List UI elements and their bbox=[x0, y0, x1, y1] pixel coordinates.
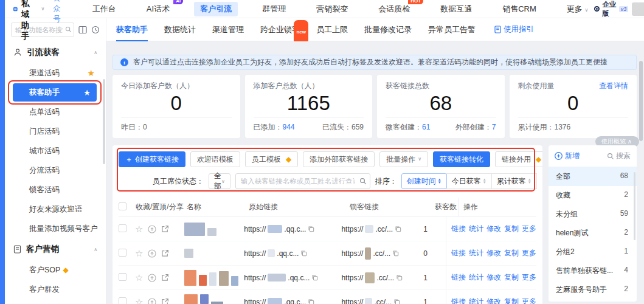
action-copy[interactable]: 复制 bbox=[504, 272, 519, 283]
favorite-star-icon[interactable]: ☆ bbox=[135, 248, 143, 259]
row-checkbox[interactable] bbox=[119, 249, 126, 257]
pin-top-icon[interactable] bbox=[148, 249, 156, 258]
sidebar-item-customer-mass-send[interactable]: 客户群发 bbox=[5, 280, 106, 299]
group-item-group2[interactable]: 分组21 bbox=[549, 243, 637, 261]
copy-icon[interactable] bbox=[311, 274, 318, 281]
sidebar-item-city-code[interactable]: 城市活码 bbox=[5, 141, 106, 161]
copy-icon[interactable] bbox=[300, 250, 307, 257]
link-conversion-button[interactable]: 获客链接转化 bbox=[433, 151, 490, 167]
action-stats[interactable]: 统计 bbox=[469, 224, 483, 234]
welcome-template-button[interactable]: 欢迎语模板 bbox=[190, 151, 240, 167]
action-link[interactable]: 链接 bbox=[451, 224, 466, 234]
copy-icon[interactable] bbox=[392, 250, 399, 257]
group-item-sesame-service[interactable]: 芝麻服务号助手2 bbox=[549, 280, 637, 299]
share-icon[interactable] bbox=[161, 225, 169, 233]
group-item-ungrouped[interactable]: 未分组59 bbox=[549, 205, 637, 224]
row-checkbox[interactable] bbox=[119, 297, 126, 304]
kanban-icon[interactable] bbox=[78, 26, 87, 34]
copy-icon[interactable] bbox=[396, 274, 403, 281]
tab-acquisition-assistant[interactable]: 获客助手 bbox=[116, 18, 148, 41]
tab-data-statistics[interactable]: 数据统计 bbox=[164, 18, 196, 41]
sidebar-section-acquisition[interactable]: 引流获客 ∧ bbox=[5, 41, 106, 63]
favorite-star-icon[interactable]: ☆ bbox=[135, 297, 143, 304]
action-edit[interactable]: 修改 bbox=[486, 248, 501, 258]
sort-create-time[interactable]: 创建时间▲▼ bbox=[401, 173, 447, 189]
nav-ai-script[interactable]: AI话术AI bbox=[140, 2, 176, 16]
row-checkbox[interactable] bbox=[119, 273, 126, 281]
action-copy[interactable]: 复制 bbox=[504, 297, 519, 304]
account-type-link[interactable]: 公众号 bbox=[53, 0, 61, 24]
tab-abnormal-staff-alert[interactable]: 异常员工告警 bbox=[428, 18, 476, 41]
action-link[interactable]: 链接 bbox=[451, 248, 466, 258]
sidebar-item-lock-code[interactable]: 锁客活码 bbox=[5, 180, 106, 199]
nav-data-interop[interactable]: 数据互通 bbox=[434, 2, 478, 16]
sidebar-scrollbar[interactable] bbox=[103, 79, 105, 164]
group-item-helen-test[interactable]: helen测试2 bbox=[549, 224, 637, 243]
sidebar-item-per-customer-send[interactable]: 逐客群发 bbox=[5, 299, 106, 304]
staff-template-button[interactable]: 员工模板◆ bbox=[245, 151, 298, 167]
copy-icon[interactable] bbox=[308, 299, 314, 304]
page-scrollbar[interactable] bbox=[639, 61, 643, 141]
nav-chat-inspection[interactable]: 会话质检HOT bbox=[372, 2, 416, 16]
seat-status-select[interactable]: 全部∨ bbox=[209, 173, 230, 189]
sidebar-item-channel-code[interactable]: 渠道活码 ★ bbox=[5, 63, 106, 83]
action-stats[interactable]: 统计 bbox=[469, 248, 483, 258]
copy-icon[interactable] bbox=[395, 226, 401, 232]
pin-top-icon[interactable] bbox=[148, 298, 156, 304]
history-clock-icon[interactable] bbox=[91, 26, 100, 34]
favorite-star-icon[interactable]: ★ bbox=[83, 88, 91, 97]
action-edit[interactable]: 修改 bbox=[486, 224, 501, 234]
nav-group-management[interactable]: 群管理 bbox=[256, 2, 292, 16]
sidebar-item-acquisition-assistant[interactable]: 获客助手 ★ bbox=[5, 83, 106, 102]
favorite-star-icon[interactable]: ☆ bbox=[135, 272, 143, 283]
nav-customer-acquisition[interactable]: 客户引流 bbox=[194, 2, 238, 16]
row-checkbox[interactable] bbox=[119, 224, 126, 232]
sidebar-item-batch-video-customer[interactable]: 批量添加视频号客户 bbox=[5, 219, 106, 238]
tab-cross-enterprise-lock[interactable]: 跨企业锁客new bbox=[260, 18, 300, 41]
add-group-button[interactable]: 新增 bbox=[555, 151, 580, 161]
view-details-link[interactable]: 查看详情 bbox=[599, 81, 628, 91]
tab-batch-modify-record[interactable]: 批量修改记录 bbox=[364, 18, 412, 41]
sidebar-item-friend-welcome[interactable]: 好友来源欢迎语 bbox=[5, 199, 106, 219]
favorite-star-icon[interactable]: ★ bbox=[87, 68, 95, 78]
share-icon[interactable] bbox=[161, 298, 169, 304]
sort-today-acquired[interactable]: 今日获客▲▼ bbox=[446, 173, 492, 189]
nav-sales-crm[interactable]: 销售CRM bbox=[496, 2, 542, 16]
create-link-button[interactable]: ＋创建获客链接 bbox=[119, 151, 185, 167]
nav-workbench[interactable]: 工作台 bbox=[86, 2, 122, 16]
share-icon[interactable] bbox=[161, 274, 169, 282]
sidebar-item-split-code[interactable]: 分流活码 bbox=[5, 161, 106, 180]
usage-guide-link[interactable]: 使用指引 bbox=[494, 24, 534, 35]
sidebar-item-store-code[interactable]: 门店活码 bbox=[5, 122, 106, 141]
action-copy[interactable]: 复制 bbox=[504, 248, 519, 258]
action-more[interactable]: 更多 bbox=[522, 248, 536, 258]
sort-total-acquired[interactable]: 累计获客▲▼ bbox=[491, 173, 537, 189]
favorite-star-icon[interactable]: ☆ bbox=[135, 224, 143, 235]
action-stats[interactable]: 统计 bbox=[469, 272, 483, 283]
tab-channel-management[interactable]: 渠道管理 bbox=[212, 18, 244, 41]
select-all-checkbox[interactable] bbox=[119, 202, 126, 210]
add-external-link-button[interactable]: 添加外部获客链接 bbox=[303, 151, 375, 167]
nav-more[interactable]: 更多 ∨ bbox=[561, 2, 594, 16]
group-item-favorites[interactable]: 收藏2 bbox=[549, 186, 637, 205]
copy-icon[interactable] bbox=[308, 226, 314, 232]
action-more[interactable]: 更多 bbox=[522, 297, 536, 304]
sidebar-item-customer-sop[interactable]: 客户SOP◆ bbox=[5, 260, 106, 280]
sidebar-section-marketing[interactable]: 客户营销 ∧ bbox=[5, 238, 106, 260]
link-search-input[interactable] bbox=[235, 173, 370, 189]
action-more[interactable]: 更多 bbox=[522, 224, 536, 234]
brand[interactable]: 芝麻私域助手 ∨ bbox=[13, 0, 44, 42]
action-edit[interactable]: 修改 bbox=[486, 297, 501, 304]
action-link[interactable]: 链接 bbox=[451, 272, 466, 283]
action-stats[interactable]: 统计 bbox=[469, 297, 483, 304]
tab-staff-limit[interactable]: 员工上限 bbox=[316, 18, 348, 41]
avatar[interactable] bbox=[632, 2, 644, 16]
group-item-presale[interactable]: 售前单独获客链...4 bbox=[549, 261, 637, 280]
action-edit[interactable]: 修改 bbox=[486, 272, 501, 283]
sidebar-item-order-code[interactable]: 点单活码 bbox=[5, 102, 106, 122]
copy-icon[interactable] bbox=[393, 299, 400, 304]
batch-operation-dropdown[interactable]: 批量操作∨ bbox=[379, 151, 428, 167]
share-icon[interactable] bbox=[161, 249, 169, 257]
action-link[interactable]: 链接 bbox=[451, 297, 466, 304]
action-copy[interactable]: 复制 bbox=[504, 224, 519, 234]
